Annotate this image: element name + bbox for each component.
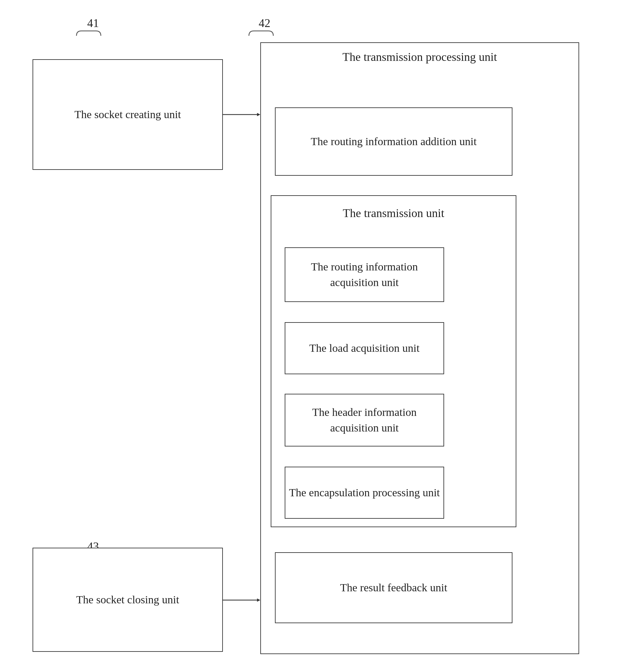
encapsulation-unit-label: The encapsulation processing unit [286, 482, 443, 504]
svg-marker-1 [257, 113, 260, 116]
socket-creating-unit-label: The socket creating unit [71, 103, 185, 126]
result-feedback-unit-label: The result feedback unit [337, 577, 450, 599]
socket-creating-unit-box: The socket creating unit [32, 59, 223, 170]
encapsulation-unit-box: The encapsulation processing unit [285, 467, 444, 519]
diagram-container: 41 42 43 421 422 4221 4222 4223 4224 423… [0, 0, 626, 672]
routing-addition-unit-box: The routing information addition unit [275, 107, 512, 176]
header-acquisition-unit-box: The header information acquisition unit [285, 394, 444, 447]
header-acquisition-unit-label: The header information acquisition unit [285, 401, 443, 439]
routing-acquisition-unit-label: The routing information acquisition unit [285, 256, 443, 293]
ref-label-41: 41 [87, 16, 99, 30]
ref-label-42: 42 [259, 16, 270, 30]
transmission-unit-label: The transmission unit [340, 202, 448, 224]
svg-marker-13 [257, 598, 260, 602]
routing-addition-unit-label: The routing information addition unit [308, 130, 480, 153]
load-acquisition-unit-label: The load acquisition unit [306, 337, 423, 359]
load-acquisition-unit-box: The load acquisition unit [285, 322, 444, 374]
socket-closing-unit-label: The socket closing unit [73, 589, 182, 611]
routing-acquisition-unit-box: The routing information acquisition unit [285, 247, 444, 302]
transmission-processing-unit-label: The transmission processing unit [330, 49, 510, 65]
result-feedback-unit-box: The result feedback unit [275, 552, 512, 623]
socket-closing-unit-box: The socket closing unit [32, 548, 223, 652]
